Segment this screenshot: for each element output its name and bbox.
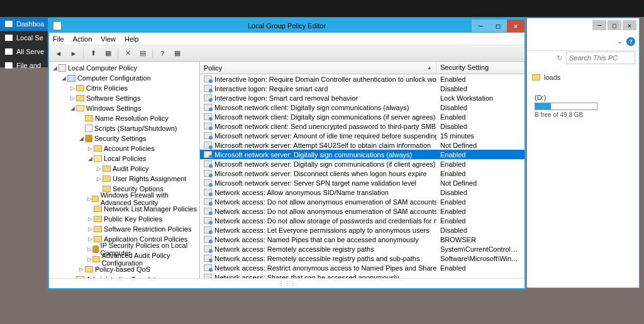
expand-icon[interactable]: ▷ [87,236,94,242]
refresh-icon[interactable]: ↻ [557,54,562,62]
tree-pane[interactable]: ◢Local Computer Policy◢Computer Configur… [49,62,200,278]
maximize-button[interactable]: □ [608,20,621,30]
back-button[interactable]: ◄ [52,47,65,60]
policy-row[interactable]: Microsoft network client: Digitally sign… [200,112,525,121]
close-button[interactable]: ✕ [623,20,636,30]
up-button[interactable]: ⬆ [86,47,100,60]
collapse-icon[interactable]: ◢ [60,75,67,81]
minimize-button[interactable]: ─ [472,20,489,32]
title-bar[interactable]: Local Group Policy Editor ─ □ ✕ [49,19,525,33]
policy-setting: Enabled [436,160,525,168]
policy-row[interactable]: Network access: Remotely accessible regi… [200,244,525,254]
maximize-button[interactable]: □ [489,20,507,32]
policy-row[interactable]: Network access: Allow anonymous SID/Name… [200,187,525,197]
expand-icon[interactable]: ▷ [87,216,94,222]
policy-row[interactable]: Interactive logon: Require Domain Contro… [200,74,525,84]
menu-action[interactable]: Action [73,35,92,43]
menu-bar: File Action View Help [49,33,525,45]
tree-item[interactable]: ◢Local Policies [49,154,199,164]
policy-icon [204,198,212,205]
tree-item[interactable]: ▷User Rights Assignment [49,174,199,184]
policy-name: Network access: Do not allow storage of … [214,217,436,225]
menu-view[interactable]: View [101,35,116,43]
tree-item[interactable]: ◢Local Computer Policy [49,63,199,73]
delete-button[interactable]: ✕ [121,47,135,60]
expand-icon[interactable]: ▷ [69,85,76,91]
collapse-icon[interactable]: ◢ [52,65,58,71]
collapse-icon[interactable]: ◢ [78,135,85,142]
minimize-button[interactable]: ─ [592,20,606,30]
policy-row[interactable]: Microsoft network client: Send unencrypt… [200,121,525,131]
tree-item[interactable]: ▷Public Key Policies [49,214,199,224]
policy-icon [204,255,212,262]
list-body[interactable]: Interactive logon: Require Domain Contro… [200,74,525,278]
downloads-folder[interactable]: loads [532,74,634,81]
export-button[interactable]: ▦ [170,47,184,60]
tree-item[interactable]: ▷Windows Firewall with Advanced Security [49,194,199,204]
script-icon [85,125,92,132]
show-hide-tree-button[interactable]: ▦ [101,47,115,60]
collapse-icon[interactable]: ◢ [69,105,76,111]
tree-item[interactable]: ▷Citrix Policies [49,83,199,93]
tree-label: Audit Policy [113,165,148,172]
folder-icon [92,196,98,202]
disk-item[interactable]: (D:) B free of 49.8 GB [532,94,634,118]
policy-row[interactable]: Microsoft network server: Server SPN tar… [200,178,525,187]
tree-item[interactable]: Network List Manager Policies [49,204,199,214]
policy-icon [204,104,212,111]
policy-row[interactable]: Microsoft network server: Amount of idle… [200,131,525,140]
tree-item[interactable]: ◢Windows Settings [49,103,199,113]
menu-help[interactable]: Help [125,35,139,43]
policy-row[interactable]: Microsoft network server: Digitally sign… [200,150,525,159]
expand-icon[interactable]: ▷ [96,165,103,172]
policy-row[interactable]: Interactive logon: Smart card removal be… [200,93,525,103]
expand-icon[interactable]: ▷ [87,226,94,232]
expand-icon[interactable]: ▷ [69,95,76,101]
expand-icon[interactable]: ▷ [87,246,92,252]
tree-item[interactable]: ▷Advanced Audit Policy Configuration [49,254,199,264]
policy-row[interactable]: Network access: Do not allow anonymous e… [200,197,525,206]
forward-button[interactable]: ► [67,47,80,60]
tree-item[interactable]: ◢Computer Configuration [49,73,199,83]
dropdown-chevron-icon[interactable]: ⌄ [617,37,623,45]
policy-row[interactable]: Network access: Do not allow anonymous e… [200,206,525,216]
policy-row[interactable]: Network access: Restrict anonymous acces… [200,263,525,272]
policy-row[interactable]: Interactive logon: Require smart cardDis… [200,84,525,93]
background-titlebar [0,0,644,17]
properties-button[interactable]: ▤ [136,47,150,60]
policy-setting: Enabled [436,151,525,159]
policy-row[interactable]: Network access: Do not allow storage of … [200,216,525,225]
expand-icon[interactable]: ▷ [87,145,94,152]
resize-grip[interactable]: ⋮⋮⋮ [49,278,525,288]
tree-item[interactable]: ▷Software Settings [49,93,199,103]
policy-setting: Not Defined [436,179,525,187]
tree-item[interactable]: ▷Software Restriction Policies [49,224,199,234]
menu-file[interactable]: File [53,35,64,43]
policy-row[interactable]: Network access: Let Everyone permissions… [200,225,525,235]
search-input[interactable] [566,52,635,64]
tree-item[interactable]: ▷Account Policies [49,143,199,154]
policy-row[interactable]: Network access: Remotely accessible regi… [200,254,525,263]
expand-icon[interactable]: ▷ [87,256,92,262]
help-button[interactable]: ? [155,47,169,60]
tree-item[interactable]: ◢Security Settings [49,133,199,143]
policy-row[interactable]: Network access: Named Pipes that can be … [200,235,525,244]
expand-icon[interactable]: ▷ [96,176,103,182]
policy-row[interactable]: Microsoft network server: Disconnect cli… [200,169,525,178]
tree-item[interactable]: Scripts (Startup/Shutdown) [49,123,199,133]
policy-row[interactable]: Microsoft network client: Digitally sign… [200,103,525,112]
column-policy[interactable]: Policy ▲ [200,62,436,74]
tree-item[interactable]: ▷Audit Policy [49,164,199,174]
policy-row[interactable]: Microsoft network server: Attempt S4U2Se… [200,140,525,150]
collapse-icon[interactable]: ◢ [87,155,94,162]
expand-icon[interactable]: ▷ [78,266,85,272]
expand-icon[interactable]: ▷ [87,196,92,202]
policy-name: Network access: Do not allow anonymous e… [214,198,436,206]
policy-row[interactable]: Microsoft network server: Digitally sign… [200,159,525,169]
policy-row[interactable]: Network access: Shares that can be acces… [200,272,525,278]
tree-label: Local Computer Policy [68,64,137,72]
help-icon[interactable]: ? [626,37,635,46]
close-button[interactable]: ✕ [507,20,525,32]
tree-item[interactable]: Name Resolution Policy [49,113,199,123]
column-setting[interactable]: Security Setting [436,62,525,74]
